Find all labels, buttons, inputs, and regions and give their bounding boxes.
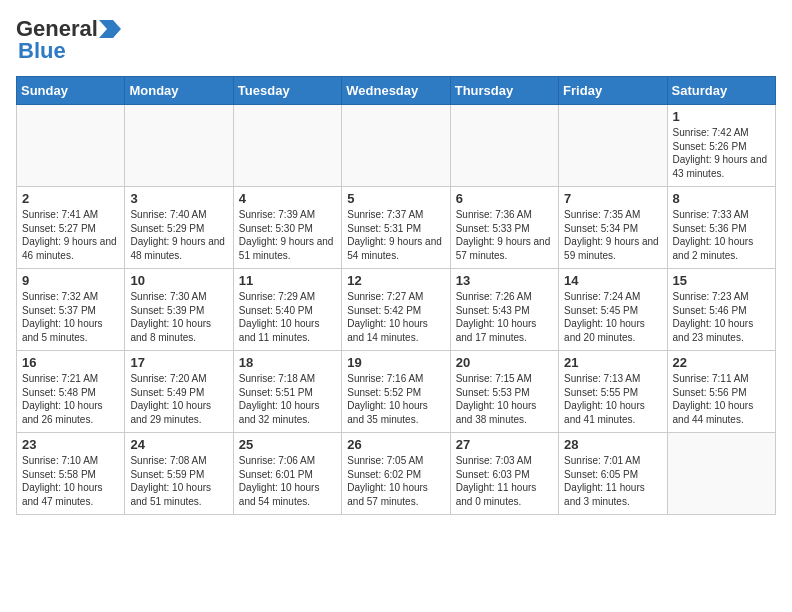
day-info: Sunrise: 7:30 AM Sunset: 5:39 PM Dayligh… — [130, 290, 227, 344]
weekday-header-friday: Friday — [559, 77, 667, 105]
day-cell — [667, 433, 775, 515]
day-number: 14 — [564, 273, 661, 288]
day-number: 24 — [130, 437, 227, 452]
logo-flag-icon — [99, 20, 121, 38]
day-number: 25 — [239, 437, 336, 452]
day-cell: 22Sunrise: 7:11 AM Sunset: 5:56 PM Dayli… — [667, 351, 775, 433]
day-cell: 15Sunrise: 7:23 AM Sunset: 5:46 PM Dayli… — [667, 269, 775, 351]
day-cell — [17, 105, 125, 187]
day-number: 11 — [239, 273, 336, 288]
day-cell: 18Sunrise: 7:18 AM Sunset: 5:51 PM Dayli… — [233, 351, 341, 433]
day-info: Sunrise: 7:41 AM Sunset: 5:27 PM Dayligh… — [22, 208, 119, 262]
day-info: Sunrise: 7:01 AM Sunset: 6:05 PM Dayligh… — [564, 454, 661, 508]
day-cell: 24Sunrise: 7:08 AM Sunset: 5:59 PM Dayli… — [125, 433, 233, 515]
day-number: 7 — [564, 191, 661, 206]
day-cell: 8Sunrise: 7:33 AM Sunset: 5:36 PM Daylig… — [667, 187, 775, 269]
day-info: Sunrise: 7:42 AM Sunset: 5:26 PM Dayligh… — [673, 126, 770, 180]
weekday-header-tuesday: Tuesday — [233, 77, 341, 105]
day-cell: 28Sunrise: 7:01 AM Sunset: 6:05 PM Dayli… — [559, 433, 667, 515]
day-cell: 14Sunrise: 7:24 AM Sunset: 5:45 PM Dayli… — [559, 269, 667, 351]
day-info: Sunrise: 7:35 AM Sunset: 5:34 PM Dayligh… — [564, 208, 661, 262]
day-number: 20 — [456, 355, 553, 370]
day-cell: 26Sunrise: 7:05 AM Sunset: 6:02 PM Dayli… — [342, 433, 450, 515]
day-info: Sunrise: 7:24 AM Sunset: 5:45 PM Dayligh… — [564, 290, 661, 344]
day-number: 26 — [347, 437, 444, 452]
day-number: 4 — [239, 191, 336, 206]
day-cell: 2Sunrise: 7:41 AM Sunset: 5:27 PM Daylig… — [17, 187, 125, 269]
day-cell: 10Sunrise: 7:30 AM Sunset: 5:39 PM Dayli… — [125, 269, 233, 351]
day-cell: 6Sunrise: 7:36 AM Sunset: 5:33 PM Daylig… — [450, 187, 558, 269]
day-info: Sunrise: 7:13 AM Sunset: 5:55 PM Dayligh… — [564, 372, 661, 426]
svg-marker-0 — [99, 20, 121, 38]
day-cell: 5Sunrise: 7:37 AM Sunset: 5:31 PM Daylig… — [342, 187, 450, 269]
day-number: 17 — [130, 355, 227, 370]
day-number: 21 — [564, 355, 661, 370]
day-number: 16 — [22, 355, 119, 370]
weekday-header-monday: Monday — [125, 77, 233, 105]
day-cell: 23Sunrise: 7:10 AM Sunset: 5:58 PM Dayli… — [17, 433, 125, 515]
day-number: 12 — [347, 273, 444, 288]
day-cell: 12Sunrise: 7:27 AM Sunset: 5:42 PM Dayli… — [342, 269, 450, 351]
day-info: Sunrise: 7:37 AM Sunset: 5:31 PM Dayligh… — [347, 208, 444, 262]
day-number: 15 — [673, 273, 770, 288]
day-cell: 1Sunrise: 7:42 AM Sunset: 5:26 PM Daylig… — [667, 105, 775, 187]
calendar-table: SundayMondayTuesdayWednesdayThursdayFrid… — [16, 76, 776, 515]
day-number: 2 — [22, 191, 119, 206]
day-cell: 20Sunrise: 7:15 AM Sunset: 5:53 PM Dayli… — [450, 351, 558, 433]
day-cell — [559, 105, 667, 187]
day-info: Sunrise: 7:18 AM Sunset: 5:51 PM Dayligh… — [239, 372, 336, 426]
logo-blue-text: Blue — [16, 38, 66, 64]
day-cell: 17Sunrise: 7:20 AM Sunset: 5:49 PM Dayli… — [125, 351, 233, 433]
day-cell — [125, 105, 233, 187]
week-row-5: 23Sunrise: 7:10 AM Sunset: 5:58 PM Dayli… — [17, 433, 776, 515]
day-cell — [233, 105, 341, 187]
logo: General Blue — [16, 16, 121, 64]
day-number: 28 — [564, 437, 661, 452]
weekday-header-sunday: Sunday — [17, 77, 125, 105]
day-cell: 16Sunrise: 7:21 AM Sunset: 5:48 PM Dayli… — [17, 351, 125, 433]
day-number: 18 — [239, 355, 336, 370]
day-number: 19 — [347, 355, 444, 370]
day-info: Sunrise: 7:26 AM Sunset: 5:43 PM Dayligh… — [456, 290, 553, 344]
day-info: Sunrise: 7:08 AM Sunset: 5:59 PM Dayligh… — [130, 454, 227, 508]
day-number: 22 — [673, 355, 770, 370]
day-info: Sunrise: 7:05 AM Sunset: 6:02 PM Dayligh… — [347, 454, 444, 508]
day-number: 27 — [456, 437, 553, 452]
week-row-1: 1Sunrise: 7:42 AM Sunset: 5:26 PM Daylig… — [17, 105, 776, 187]
day-cell: 7Sunrise: 7:35 AM Sunset: 5:34 PM Daylig… — [559, 187, 667, 269]
day-info: Sunrise: 7:39 AM Sunset: 5:30 PM Dayligh… — [239, 208, 336, 262]
weekday-header-saturday: Saturday — [667, 77, 775, 105]
day-info: Sunrise: 7:11 AM Sunset: 5:56 PM Dayligh… — [673, 372, 770, 426]
day-cell — [342, 105, 450, 187]
day-number: 8 — [673, 191, 770, 206]
day-number: 5 — [347, 191, 444, 206]
day-cell: 4Sunrise: 7:39 AM Sunset: 5:30 PM Daylig… — [233, 187, 341, 269]
day-number: 3 — [130, 191, 227, 206]
day-info: Sunrise: 7:29 AM Sunset: 5:40 PM Dayligh… — [239, 290, 336, 344]
day-cell: 25Sunrise: 7:06 AM Sunset: 6:01 PM Dayli… — [233, 433, 341, 515]
day-info: Sunrise: 7:20 AM Sunset: 5:49 PM Dayligh… — [130, 372, 227, 426]
day-cell: 3Sunrise: 7:40 AM Sunset: 5:29 PM Daylig… — [125, 187, 233, 269]
day-cell: 19Sunrise: 7:16 AM Sunset: 5:52 PM Dayli… — [342, 351, 450, 433]
week-row-3: 9Sunrise: 7:32 AM Sunset: 5:37 PM Daylig… — [17, 269, 776, 351]
day-info: Sunrise: 7:27 AM Sunset: 5:42 PM Dayligh… — [347, 290, 444, 344]
day-number: 10 — [130, 273, 227, 288]
week-row-2: 2Sunrise: 7:41 AM Sunset: 5:27 PM Daylig… — [17, 187, 776, 269]
day-number: 1 — [673, 109, 770, 124]
weekday-header-row: SundayMondayTuesdayWednesdayThursdayFrid… — [17, 77, 776, 105]
day-info: Sunrise: 7:03 AM Sunset: 6:03 PM Dayligh… — [456, 454, 553, 508]
day-cell: 27Sunrise: 7:03 AM Sunset: 6:03 PM Dayli… — [450, 433, 558, 515]
day-number: 9 — [22, 273, 119, 288]
day-info: Sunrise: 7:40 AM Sunset: 5:29 PM Dayligh… — [130, 208, 227, 262]
day-cell: 13Sunrise: 7:26 AM Sunset: 5:43 PM Dayli… — [450, 269, 558, 351]
day-info: Sunrise: 7:06 AM Sunset: 6:01 PM Dayligh… — [239, 454, 336, 508]
day-number: 6 — [456, 191, 553, 206]
day-cell: 9Sunrise: 7:32 AM Sunset: 5:37 PM Daylig… — [17, 269, 125, 351]
day-info: Sunrise: 7:21 AM Sunset: 5:48 PM Dayligh… — [22, 372, 119, 426]
weekday-header-wednesday: Wednesday — [342, 77, 450, 105]
day-info: Sunrise: 7:23 AM Sunset: 5:46 PM Dayligh… — [673, 290, 770, 344]
day-cell: 11Sunrise: 7:29 AM Sunset: 5:40 PM Dayli… — [233, 269, 341, 351]
day-cell — [450, 105, 558, 187]
day-info: Sunrise: 7:33 AM Sunset: 5:36 PM Dayligh… — [673, 208, 770, 262]
page-header: General Blue — [16, 16, 776, 64]
